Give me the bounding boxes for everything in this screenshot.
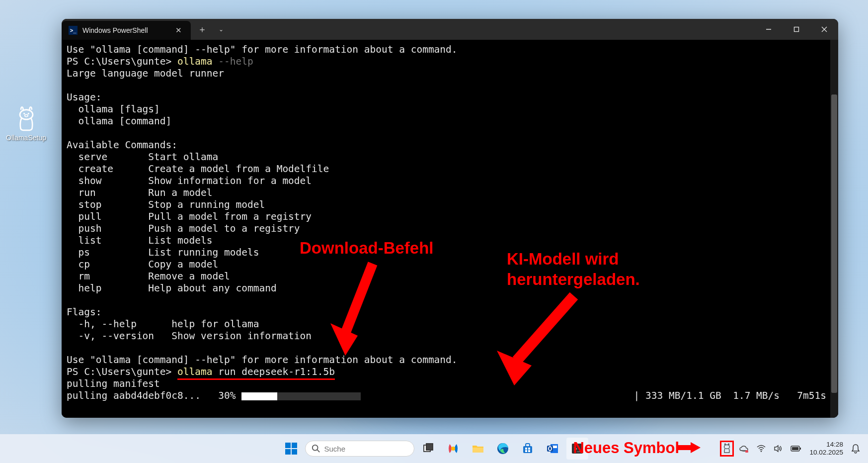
annotation-neues-symbol: Neues Symbol <box>573 439 679 457</box>
svg-point-3 <box>24 114 28 116</box>
svg-rect-5 <box>794 27 799 32</box>
svg-rect-37 <box>792 447 798 450</box>
tab-dropdown-button[interactable]: ⌄ <box>214 19 229 40</box>
taskbar-center: >_ <box>280 438 588 460</box>
svg-rect-25 <box>525 450 527 452</box>
tab-close-button[interactable]: ✕ <box>172 25 185 36</box>
svg-line-16 <box>317 450 319 453</box>
arrow-download <box>318 259 388 358</box>
svg-point-15 <box>312 445 317 451</box>
arrow-neues-symbol <box>677 439 702 456</box>
svg-marker-10 <box>691 442 701 453</box>
svg-point-33 <box>724 445 730 449</box>
start-button[interactable] <box>280 438 302 460</box>
svg-rect-22 <box>523 446 532 453</box>
svg-point-2 <box>27 113 29 114</box>
ollama-icon <box>12 104 40 132</box>
search-box[interactable] <box>305 441 414 457</box>
edge-button[interactable] <box>492 438 514 460</box>
svg-rect-38 <box>800 448 801 450</box>
notifications-button[interactable] <box>848 442 863 456</box>
svg-rect-13 <box>285 449 291 455</box>
taskbar: >_ 14:28 10.02.2025 <box>0 434 868 463</box>
tab-powershell[interactable]: >_ Windows PowerShell ✕ <box>62 21 191 40</box>
arrow-kimodell <box>489 286 589 385</box>
desktop-icon-label: OllamaSetup <box>5 134 47 142</box>
time-text: 14:28 <box>809 441 843 449</box>
system-tray: 14:28 10.02.2025 <box>720 441 863 457</box>
svg-rect-20 <box>473 448 483 453</box>
search-icon <box>312 444 320 453</box>
minimize-button[interactable] <box>755 19 783 40</box>
explorer-button[interactable] <box>467 438 489 460</box>
annotation-kimodell: KI-Modell wird heruntergeladen. <box>507 249 640 290</box>
ollama-tray-icon[interactable] <box>720 441 734 457</box>
scrollbar[interactable] <box>830 40 838 418</box>
svg-rect-26 <box>528 450 530 452</box>
onedrive-tray-icon[interactable] <box>736 443 752 455</box>
titlebar: >_ Windows PowerShell ✕ ＋ ⌄ <box>62 19 838 40</box>
terminal-window: >_ Windows PowerShell ✕ ＋ ⌄ Use "ollama … <box>62 19 838 418</box>
svg-rect-12 <box>292 443 297 448</box>
svg-point-19 <box>451 447 455 451</box>
new-tab-button[interactable]: ＋ <box>191 19 214 40</box>
volume-tray-icon[interactable] <box>771 443 786 455</box>
date-text: 10.02.2025 <box>809 449 843 457</box>
outlook-button[interactable] <box>542 438 563 460</box>
store-button[interactable] <box>517 438 539 460</box>
close-button[interactable] <box>810 19 838 40</box>
tab-title: Windows PowerShell <box>82 26 167 34</box>
svg-rect-11 <box>285 443 291 448</box>
battery-tray-icon[interactable] <box>788 443 804 454</box>
copilot-button[interactable] <box>442 438 464 460</box>
svg-point-35 <box>761 451 762 452</box>
window-controls <box>755 19 838 40</box>
maximize-button[interactable] <box>783 19 810 40</box>
annotation-download-befehl: Download-Befehl <box>300 238 434 258</box>
wifi-tray-icon[interactable] <box>754 443 769 455</box>
terminal-output[interactable]: Use "ollama [command] --help" for more i… <box>62 40 838 418</box>
clock[interactable]: 14:28 10.02.2025 <box>806 441 846 457</box>
svg-rect-14 <box>292 449 297 455</box>
svg-rect-23 <box>525 448 527 450</box>
svg-rect-24 <box>528 448 530 450</box>
search-input[interactable] <box>324 445 394 453</box>
powershell-icon: >_ <box>69 26 78 35</box>
desktop-icon-ollamasetup[interactable]: OllamaSetup <box>5 104 47 142</box>
taskview-button[interactable] <box>417 438 439 460</box>
svg-point-1 <box>23 113 25 114</box>
svg-rect-18 <box>426 444 433 450</box>
